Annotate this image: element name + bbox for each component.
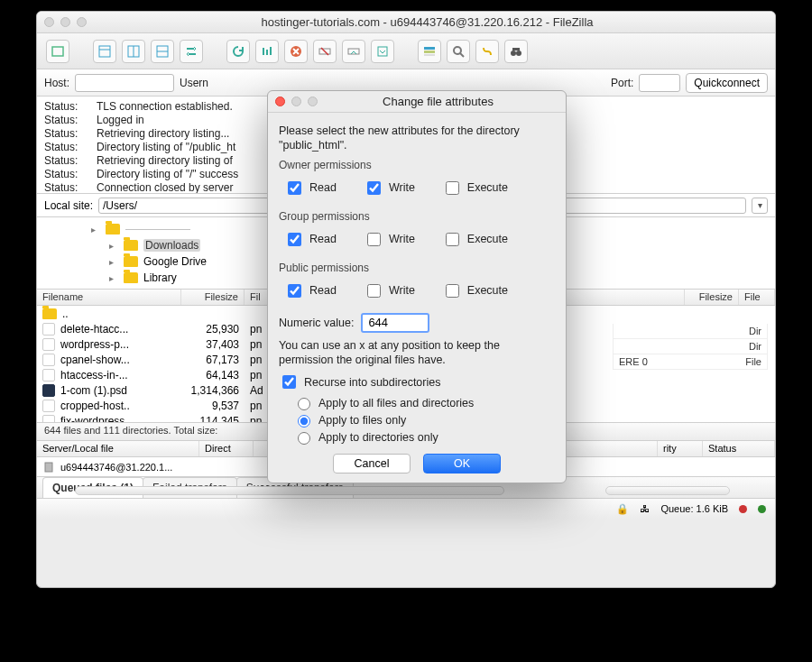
file-icon <box>42 323 55 336</box>
numeric-value-label: Numeric value: <box>279 317 354 329</box>
col-remote-filesize[interactable]: Filesize <box>685 290 739 305</box>
layout3-icon[interactable] <box>151 40 174 63</box>
svg-point-14 <box>454 47 461 54</box>
folder-icon <box>42 308 57 319</box>
reconnect-icon[interactable] <box>342 40 365 63</box>
public-execute-label: Execute <box>467 284 508 297</box>
statusbar: 🔒 🖧 Queue: 1.6 KiB <box>37 499 775 519</box>
window-controls <box>44 17 87 27</box>
activity-led-rx-icon <box>739 505 747 513</box>
group-read-checkbox[interactable] <box>288 233 301 246</box>
apply-dirs-radio[interactable] <box>298 432 310 445</box>
owner-execute-label: Execute <box>467 181 508 194</box>
network-icon: 🖧 <box>640 503 650 514</box>
dialog-close-icon[interactable] <box>275 97 285 106</box>
dialog-zoom-icon <box>308 97 318 106</box>
quickconnect-button[interactable]: Quickconnect <box>686 73 768 93</box>
process-icon[interactable] <box>255 40 279 63</box>
svg-rect-10 <box>378 47 387 56</box>
svg-rect-11 <box>424 47 435 50</box>
hscrollbar-right[interactable] <box>605 486 730 495</box>
public-read-checkbox[interactable] <box>288 284 301 298</box>
svg-point-17 <box>516 51 521 56</box>
folder-icon <box>124 240 138 251</box>
sync-icon[interactable] <box>180 40 203 63</box>
apply-dirs-label: Apply to directories only <box>318 431 438 444</box>
minimize-window-icon[interactable] <box>60 17 70 27</box>
col-server-local[interactable]: Server/Local file <box>37 441 199 456</box>
folder-icon <box>124 272 138 283</box>
hscrollbar-left[interactable] <box>75 486 504 495</box>
file-icon <box>42 354 55 366</box>
group-permissions-group: Group permissions Read Write Execute <box>279 210 555 256</box>
public-read-label: Read <box>309 284 337 297</box>
refresh-icon[interactable] <box>226 40 250 63</box>
host-input[interactable] <box>75 74 174 92</box>
cancel-button[interactable]: Cancel <box>333 454 411 474</box>
svg-rect-18 <box>512 48 520 51</box>
recurse-checkbox[interactable] <box>282 375 296 389</box>
layout-icon[interactable] <box>93 40 116 63</box>
dialog-intro: Please select the new attributes for the… <box>279 124 555 153</box>
group-write-checkbox[interactable] <box>367 233 381 246</box>
numeric-value-input[interactable] <box>361 313 429 333</box>
search-icon[interactable] <box>447 40 470 63</box>
titlebar: hostinger-tutorials.com - u694443746@31.… <box>37 12 775 33</box>
col-priority[interactable]: rity <box>658 441 703 456</box>
svg-line-15 <box>460 53 464 57</box>
apply-all-label: Apply to all files and directories <box>318 397 474 409</box>
queue-item-label: u694443746@31.220.1... <box>60 462 172 473</box>
change-attributes-dialog: Change file attributes Please select the… <box>267 90 567 483</box>
lock-icon: 🔒 <box>616 503 629 515</box>
col-filename[interactable]: Filename <box>37 290 181 305</box>
public-execute-checkbox[interactable] <box>446 284 459 298</box>
col-direction[interactable]: Direct <box>199 441 254 456</box>
folder-icon <box>124 256 138 267</box>
svg-rect-1 <box>99 46 110 57</box>
public-permissions-group: Public permissions Read Write Execute <box>279 262 555 308</box>
close-window-icon[interactable] <box>44 17 54 27</box>
owner-read-checkbox[interactable] <box>288 181 301 195</box>
group-execute-label: Execute <box>467 233 508 245</box>
layout2-icon[interactable] <box>122 40 145 63</box>
owner-write-checkbox[interactable] <box>367 181 381 195</box>
file-icon <box>42 338 55 351</box>
apply-all-radio[interactable] <box>298 398 310 410</box>
port-label: Port: <box>611 77 633 89</box>
file-icon <box>42 369 55 382</box>
group-execute-checkbox[interactable] <box>446 233 459 246</box>
dialog-titlebar: Change file attributes <box>268 91 566 113</box>
ok-button[interactable]: OK <box>423 454 501 474</box>
group-read-label: Read <box>309 233 337 245</box>
queue-view-icon[interactable] <box>418 40 441 63</box>
col-status[interactable]: Status <box>703 441 775 456</box>
apply-files-radio[interactable] <box>298 415 310 428</box>
cancel-icon[interactable] <box>284 40 308 63</box>
numeric-hint: You can use an x at any position to keep… <box>279 338 555 368</box>
site-manager-icon[interactable] <box>46 40 69 63</box>
owner-execute-checkbox[interactable] <box>446 181 459 195</box>
group-legend: Group permissions <box>279 210 370 226</box>
dialog-min-icon <box>291 97 301 106</box>
svg-rect-13 <box>424 54 435 56</box>
group-write-label: Write <box>389 233 415 245</box>
file-icon <box>42 384 55 397</box>
local-site-dropdown-icon[interactable]: ▾ <box>752 198 768 214</box>
svg-point-16 <box>511 51 516 56</box>
filter-icon[interactable] <box>371 40 394 63</box>
owner-permissions-group: Owner permissions Read Write Execute <box>279 159 555 205</box>
public-write-checkbox[interactable] <box>367 284 381 298</box>
binoculars-icon[interactable] <box>504 40 528 63</box>
owner-read-label: Read <box>309 181 337 194</box>
public-legend: Public permissions <box>279 262 369 278</box>
zoom-window-icon[interactable] <box>77 17 87 27</box>
col-filesize[interactable]: Filesize <box>181 290 245 305</box>
port-input[interactable] <box>639 74 680 92</box>
disconnect-icon[interactable] <box>313 40 337 63</box>
apply-files-label: Apply to files only <box>318 414 406 427</box>
compare-icon[interactable] <box>475 40 499 63</box>
activity-led-tx-icon <box>758 505 766 513</box>
col-remote-filetype[interactable]: File <box>739 290 775 305</box>
file-icon <box>42 400 55 412</box>
svg-rect-0 <box>52 47 63 56</box>
